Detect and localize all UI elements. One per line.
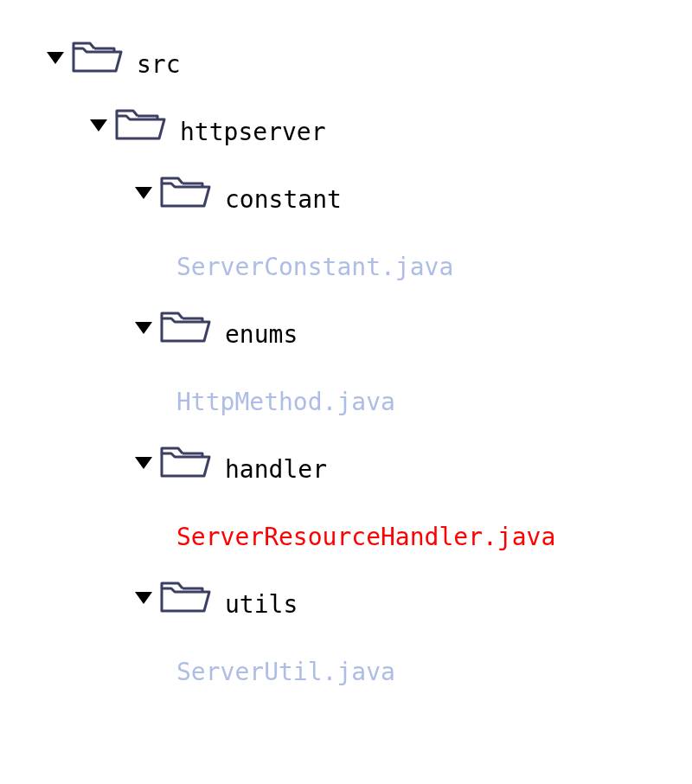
tree-row-httpserver[interactable]: httpserver	[0, 92, 692, 159]
chevron-down-icon	[135, 592, 152, 604]
tree-row-enums[interactable]: enums	[0, 294, 692, 362]
tree-label: utils	[225, 593, 298, 617]
tree-label: src	[137, 53, 181, 77]
file-tree: src httpserver constant ServerConstant.j…	[0, 0, 692, 699]
folder-icon	[114, 104, 170, 147]
tree-label: enums	[225, 323, 298, 347]
tree-label: ServerConstant.java	[176, 255, 453, 280]
tree-row-utils[interactable]: utils	[0, 564, 692, 632]
folder-icon	[159, 306, 215, 350]
chevron-down-icon	[135, 322, 152, 334]
tree-row-serverutil[interactable]: ServerUtil.java	[0, 632, 692, 699]
tree-row-serverconstant[interactable]: ServerConstant.java	[0, 227, 692, 294]
folder-icon	[159, 171, 215, 215]
file-icon	[121, 239, 157, 282]
tree-row-serverresourcehandler[interactable]: ServerResourceHandler.java	[0, 497, 692, 564]
tree-label: constant	[225, 188, 342, 212]
tree-label: ServerUtil.java	[176, 660, 395, 684]
tree-label: handler	[225, 458, 327, 482]
chevron-down-icon	[90, 119, 107, 132]
chevron-down-icon	[135, 457, 152, 469]
tree-label: httpserver	[180, 120, 326, 145]
tree-label: ServerResourceHandler.java	[176, 525, 555, 549]
file-icon	[121, 374, 157, 417]
file-icon	[121, 644, 157, 687]
tree-row-handler[interactable]: handler	[0, 429, 692, 497]
tree-row-constant[interactable]: constant	[0, 159, 692, 227]
chevron-down-icon	[135, 187, 152, 199]
folder-icon	[159, 441, 215, 485]
file-icon	[121, 509, 157, 552]
tree-label: HttpMethod.java	[176, 390, 395, 414]
folder-icon	[71, 36, 126, 80]
folder-icon	[159, 576, 215, 620]
chevron-down-icon	[47, 52, 64, 64]
tree-row-src[interactable]: src	[0, 24, 692, 92]
tree-row-httpmethod[interactable]: HttpMethod.java	[0, 362, 692, 429]
